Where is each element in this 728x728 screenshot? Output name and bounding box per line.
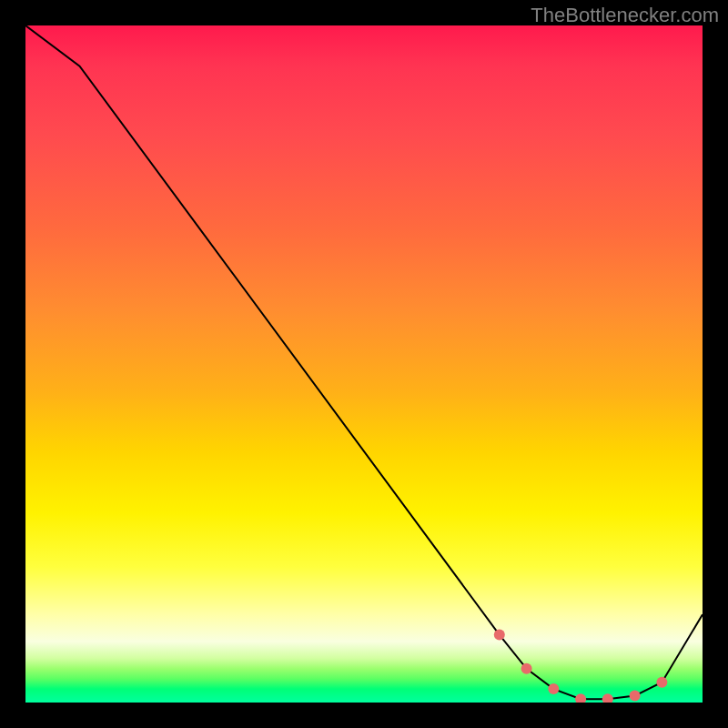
highlight-dot xyxy=(602,693,613,703)
highlight-dot xyxy=(656,677,667,688)
highlight-dot xyxy=(548,683,559,694)
plot-area xyxy=(25,25,703,703)
highlight-dot xyxy=(575,693,586,703)
line-chart-svg xyxy=(25,25,703,703)
bottleneck-curve xyxy=(25,25,703,699)
curve-path-group xyxy=(25,25,703,699)
highlight-dot xyxy=(630,691,641,702)
chart-frame: TheBottlenecker.com xyxy=(0,0,728,728)
watermark-text: TheBottlenecker.com xyxy=(531,4,719,27)
highlight-dot xyxy=(494,630,505,641)
highlight-dot xyxy=(521,663,532,674)
